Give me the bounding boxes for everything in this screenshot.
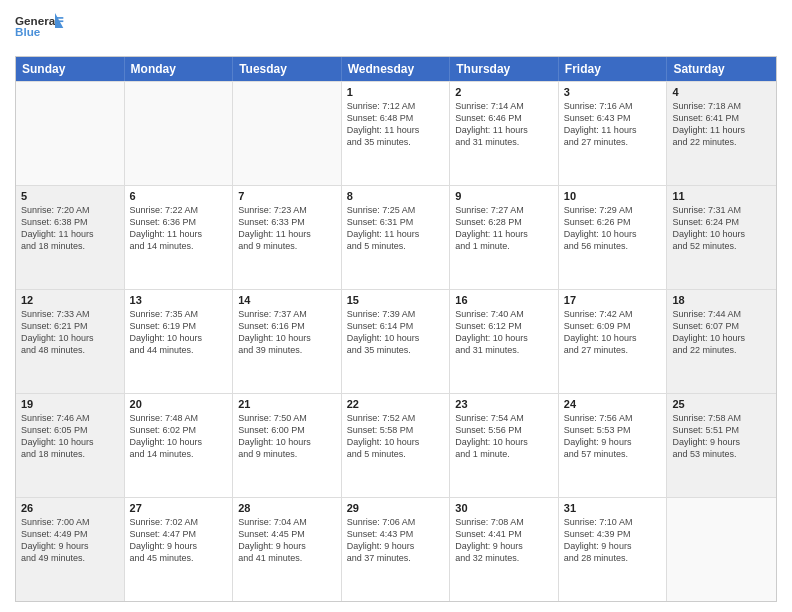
day-info: Sunrise: 7:39 AM Sunset: 6:14 PM Dayligh… xyxy=(347,308,445,357)
logo-icon: General Blue xyxy=(15,10,65,50)
day-info: Sunrise: 7:29 AM Sunset: 6:26 PM Dayligh… xyxy=(564,204,662,253)
day-info: Sunrise: 7:23 AM Sunset: 6:33 PM Dayligh… xyxy=(238,204,336,253)
calendar-cell: 16Sunrise: 7:40 AM Sunset: 6:12 PM Dayli… xyxy=(450,290,559,393)
day-number: 14 xyxy=(238,294,336,306)
page: General Blue SundayMondayTuesdayWednesda… xyxy=(0,0,792,612)
day-info: Sunrise: 7:12 AM Sunset: 6:48 PM Dayligh… xyxy=(347,100,445,149)
calendar-cell: 9Sunrise: 7:27 AM Sunset: 6:28 PM Daylig… xyxy=(450,186,559,289)
calendar-cell: 15Sunrise: 7:39 AM Sunset: 6:14 PM Dayli… xyxy=(342,290,451,393)
day-info: Sunrise: 7:20 AM Sunset: 6:38 PM Dayligh… xyxy=(21,204,119,253)
calendar-cell: 29Sunrise: 7:06 AM Sunset: 4:43 PM Dayli… xyxy=(342,498,451,601)
calendar-cell xyxy=(233,82,342,185)
day-info: Sunrise: 7:18 AM Sunset: 6:41 PM Dayligh… xyxy=(672,100,771,149)
svg-marker-2 xyxy=(55,13,63,28)
day-info: Sunrise: 7:25 AM Sunset: 6:31 PM Dayligh… xyxy=(347,204,445,253)
day-number: 26 xyxy=(21,502,119,514)
calendar-cell: 18Sunrise: 7:44 AM Sunset: 6:07 PM Dayli… xyxy=(667,290,776,393)
calendar-row-2: 12Sunrise: 7:33 AM Sunset: 6:21 PM Dayli… xyxy=(16,289,776,393)
day-info: Sunrise: 7:08 AM Sunset: 4:41 PM Dayligh… xyxy=(455,516,553,565)
day-info: Sunrise: 7:54 AM Sunset: 5:56 PM Dayligh… xyxy=(455,412,553,461)
calendar-cell: 27Sunrise: 7:02 AM Sunset: 4:47 PM Dayli… xyxy=(125,498,234,601)
calendar-cell: 23Sunrise: 7:54 AM Sunset: 5:56 PM Dayli… xyxy=(450,394,559,497)
header-cell-wednesday: Wednesday xyxy=(342,57,451,81)
calendar-cell: 13Sunrise: 7:35 AM Sunset: 6:19 PM Dayli… xyxy=(125,290,234,393)
calendar-cell: 1Sunrise: 7:12 AM Sunset: 6:48 PM Daylig… xyxy=(342,82,451,185)
day-number: 23 xyxy=(455,398,553,410)
calendar-cell xyxy=(16,82,125,185)
calendar-cell: 25Sunrise: 7:58 AM Sunset: 5:51 PM Dayli… xyxy=(667,394,776,497)
day-number: 28 xyxy=(238,502,336,514)
day-number: 13 xyxy=(130,294,228,306)
day-info: Sunrise: 7:16 AM Sunset: 6:43 PM Dayligh… xyxy=(564,100,662,149)
calendar-cell: 31Sunrise: 7:10 AM Sunset: 4:39 PM Dayli… xyxy=(559,498,668,601)
calendar-row-4: 26Sunrise: 7:00 AM Sunset: 4:49 PM Dayli… xyxy=(16,497,776,601)
day-info: Sunrise: 7:50 AM Sunset: 6:00 PM Dayligh… xyxy=(238,412,336,461)
header: General Blue xyxy=(15,10,777,50)
calendar-cell: 6Sunrise: 7:22 AM Sunset: 6:36 PM Daylig… xyxy=(125,186,234,289)
day-number: 2 xyxy=(455,86,553,98)
calendar-cell: 10Sunrise: 7:29 AM Sunset: 6:26 PM Dayli… xyxy=(559,186,668,289)
calendar-cell: 12Sunrise: 7:33 AM Sunset: 6:21 PM Dayli… xyxy=(16,290,125,393)
day-info: Sunrise: 7:42 AM Sunset: 6:09 PM Dayligh… xyxy=(564,308,662,357)
calendar-header: SundayMondayTuesdayWednesdayThursdayFrid… xyxy=(16,57,776,81)
day-info: Sunrise: 7:46 AM Sunset: 6:05 PM Dayligh… xyxy=(21,412,119,461)
day-info: Sunrise: 7:10 AM Sunset: 4:39 PM Dayligh… xyxy=(564,516,662,565)
logo: General Blue xyxy=(15,10,65,50)
day-number: 11 xyxy=(672,190,771,202)
calendar-cell: 7Sunrise: 7:23 AM Sunset: 6:33 PM Daylig… xyxy=(233,186,342,289)
day-info: Sunrise: 7:33 AM Sunset: 6:21 PM Dayligh… xyxy=(21,308,119,357)
calendar-cell xyxy=(667,498,776,601)
day-number: 1 xyxy=(347,86,445,98)
day-info: Sunrise: 7:02 AM Sunset: 4:47 PM Dayligh… xyxy=(130,516,228,565)
day-number: 21 xyxy=(238,398,336,410)
day-number: 24 xyxy=(564,398,662,410)
day-number: 7 xyxy=(238,190,336,202)
calendar-body: 1Sunrise: 7:12 AM Sunset: 6:48 PM Daylig… xyxy=(16,81,776,601)
day-number: 6 xyxy=(130,190,228,202)
calendar-cell: 4Sunrise: 7:18 AM Sunset: 6:41 PM Daylig… xyxy=(667,82,776,185)
header-cell-monday: Monday xyxy=(125,57,234,81)
day-number: 15 xyxy=(347,294,445,306)
calendar-cell xyxy=(125,82,234,185)
day-number: 19 xyxy=(21,398,119,410)
calendar-cell: 21Sunrise: 7:50 AM Sunset: 6:00 PM Dayli… xyxy=(233,394,342,497)
day-number: 17 xyxy=(564,294,662,306)
day-info: Sunrise: 7:44 AM Sunset: 6:07 PM Dayligh… xyxy=(672,308,771,357)
calendar-cell: 11Sunrise: 7:31 AM Sunset: 6:24 PM Dayli… xyxy=(667,186,776,289)
calendar: SundayMondayTuesdayWednesdayThursdayFrid… xyxy=(15,56,777,602)
day-number: 16 xyxy=(455,294,553,306)
calendar-cell: 30Sunrise: 7:08 AM Sunset: 4:41 PM Dayli… xyxy=(450,498,559,601)
calendar-cell: 3Sunrise: 7:16 AM Sunset: 6:43 PM Daylig… xyxy=(559,82,668,185)
day-number: 25 xyxy=(672,398,771,410)
day-info: Sunrise: 7:58 AM Sunset: 5:51 PM Dayligh… xyxy=(672,412,771,461)
calendar-cell: 5Sunrise: 7:20 AM Sunset: 6:38 PM Daylig… xyxy=(16,186,125,289)
day-number: 18 xyxy=(672,294,771,306)
calendar-cell: 14Sunrise: 7:37 AM Sunset: 6:16 PM Dayli… xyxy=(233,290,342,393)
svg-text:Blue: Blue xyxy=(15,25,41,38)
day-number: 8 xyxy=(347,190,445,202)
header-cell-thursday: Thursday xyxy=(450,57,559,81)
day-number: 4 xyxy=(672,86,771,98)
day-number: 3 xyxy=(564,86,662,98)
day-number: 12 xyxy=(21,294,119,306)
calendar-row-0: 1Sunrise: 7:12 AM Sunset: 6:48 PM Daylig… xyxy=(16,81,776,185)
day-number: 30 xyxy=(455,502,553,514)
calendar-cell: 24Sunrise: 7:56 AM Sunset: 5:53 PM Dayli… xyxy=(559,394,668,497)
day-number: 29 xyxy=(347,502,445,514)
day-info: Sunrise: 7:48 AM Sunset: 6:02 PM Dayligh… xyxy=(130,412,228,461)
calendar-row-1: 5Sunrise: 7:20 AM Sunset: 6:38 PM Daylig… xyxy=(16,185,776,289)
day-info: Sunrise: 7:52 AM Sunset: 5:58 PM Dayligh… xyxy=(347,412,445,461)
header-cell-friday: Friday xyxy=(559,57,668,81)
day-number: 9 xyxy=(455,190,553,202)
header-cell-sunday: Sunday xyxy=(16,57,125,81)
calendar-cell: 2Sunrise: 7:14 AM Sunset: 6:46 PM Daylig… xyxy=(450,82,559,185)
day-info: Sunrise: 7:37 AM Sunset: 6:16 PM Dayligh… xyxy=(238,308,336,357)
calendar-cell: 17Sunrise: 7:42 AM Sunset: 6:09 PM Dayli… xyxy=(559,290,668,393)
day-info: Sunrise: 7:27 AM Sunset: 6:28 PM Dayligh… xyxy=(455,204,553,253)
calendar-row-3: 19Sunrise: 7:46 AM Sunset: 6:05 PM Dayli… xyxy=(16,393,776,497)
header-cell-saturday: Saturday xyxy=(667,57,776,81)
day-number: 31 xyxy=(564,502,662,514)
calendar-cell: 22Sunrise: 7:52 AM Sunset: 5:58 PM Dayli… xyxy=(342,394,451,497)
day-info: Sunrise: 7:06 AM Sunset: 4:43 PM Dayligh… xyxy=(347,516,445,565)
day-number: 20 xyxy=(130,398,228,410)
